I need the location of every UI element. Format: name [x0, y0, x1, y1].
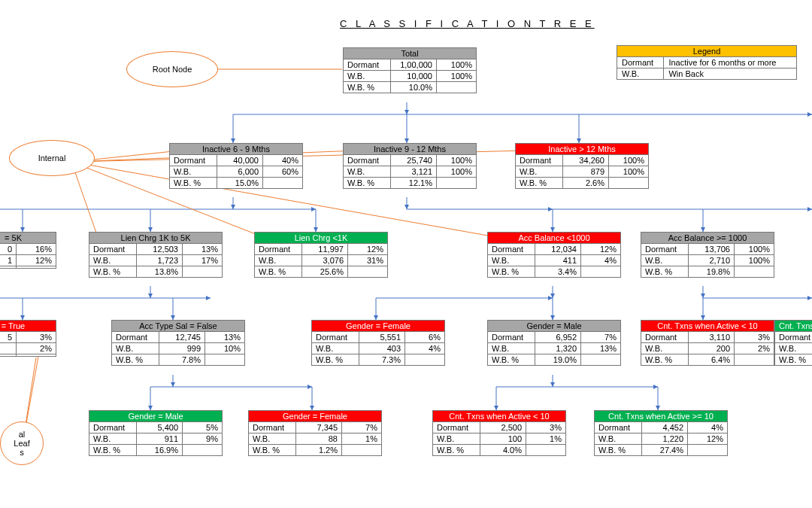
node-l2a: Lien Chrg 1K to 5K Dormant12,50313% W.B.…: [89, 232, 223, 278]
val: 7.3%: [359, 354, 405, 366]
node-title: Inactive 6 - 9 Mths: [170, 144, 303, 155]
val: 100%: [735, 244, 774, 255]
node-l2d: Acc Balance >= 1000 Dormant13,706100% W.…: [641, 232, 774, 278]
node-title: Cnt. Txns when Active >= 10: [595, 411, 728, 422]
val: 40,000: [217, 155, 263, 166]
node-title: Gender = Male: [488, 321, 621, 332]
lbl: W.B.: [344, 166, 391, 178]
val: 25.6%: [302, 266, 348, 278]
node-title: Acc Type Sal = False: [112, 321, 245, 332]
node-title: Inactive 9 - 12 Mths: [344, 144, 477, 155]
val: 100%: [609, 166, 649, 178]
val: 3.4%: [535, 266, 581, 278]
node-title: Lien Chrg <1K: [255, 233, 388, 244]
node-title: Cnt. Txns when Active < 10: [433, 411, 566, 422]
callout-internal: Internal: [9, 140, 95, 176]
lbl: W.B. %: [516, 178, 563, 189]
legend-cell: Dormant: [617, 57, 664, 68]
lbl: W.B. %: [488, 266, 535, 278]
txt: al: [19, 430, 26, 439]
node-title: Inactive > 12 Mths: [516, 144, 649, 155]
lbl: W.B. %: [89, 266, 137, 278]
lbl: Dormant: [641, 332, 689, 343]
val: 3%: [735, 332, 774, 343]
page-title: C L A S S I F I C A T I O N T R E E: [340, 18, 595, 29]
lbl: Dormant: [344, 59, 391, 71]
lbl: W.B.: [255, 255, 302, 266]
val: 13.8%: [137, 266, 183, 278]
lbl: W.B. %: [170, 178, 217, 189]
lbl: Dormant: [89, 244, 137, 255]
lbl: Dormant: [775, 332, 813, 343]
val: 100%: [437, 71, 477, 82]
val: 3%: [17, 332, 56, 343]
val: 7%: [342, 422, 382, 433]
callout-leaf: al Leaf s: [0, 421, 44, 465]
node-l1c: Inactive > 12 Mths Dormant34,260100% W.B…: [515, 143, 649, 189]
val: 1: [0, 255, 17, 266]
val: 12%: [348, 244, 388, 255]
lbl: W.B.: [775, 343, 813, 354]
val: 12,503: [137, 244, 183, 255]
val: 88: [296, 433, 342, 445]
node-l3e: Cnt. Txns w Dormant W.B. W.B. %: [774, 320, 812, 366]
node-l2x: = 5K 016% 112%: [0, 232, 56, 269]
val: 0: [0, 244, 17, 255]
val: 10.0%: [391, 82, 437, 93]
node-total: Total Dormant1,00,000100% W.B.10,000100%…: [343, 47, 477, 93]
val: 25,740: [391, 155, 437, 166]
node-l3a: Acc Type Sal = False Dormant12,74513% W.…: [111, 320, 245, 366]
lbl: W.B. %: [112, 354, 159, 366]
lbl: W.B.: [641, 255, 689, 266]
legend-cell: Win Back: [664, 68, 797, 80]
txt: Leaf: [14, 439, 29, 448]
val: 10,000: [391, 71, 437, 82]
val: 7,345: [296, 422, 342, 433]
val: 4%: [405, 343, 445, 354]
val: 100%: [437, 155, 477, 166]
lbl: Dormant: [344, 155, 391, 166]
val: 5,551: [359, 332, 405, 343]
val: 100%: [609, 155, 649, 166]
val: 3,076: [302, 255, 348, 266]
lbl: Dormant: [249, 422, 296, 433]
val: 40%: [263, 155, 303, 166]
val: 7.8%: [159, 354, 205, 366]
val: 31%: [348, 255, 388, 266]
val: 200: [689, 343, 735, 354]
val: 3,110: [689, 332, 735, 343]
node-title: Cnt. Txns when Active < 10: [641, 321, 774, 332]
lbl: W.B. %: [433, 445, 480, 456]
lbl: Dormant: [312, 332, 359, 343]
val: 17%: [183, 255, 223, 266]
val: 1,220: [642, 433, 688, 445]
val: 100%: [735, 255, 774, 266]
lbl: Dormant: [89, 422, 137, 433]
lbl: W.B.: [170, 166, 217, 178]
lbl: W.B. %: [344, 82, 391, 93]
val: 2,710: [689, 255, 735, 266]
val: 16%: [17, 244, 56, 255]
legend-cell: Inactive for 6 months or more: [664, 57, 797, 68]
val: 4%: [581, 255, 621, 266]
val: 13%: [581, 343, 621, 354]
val: 3%: [526, 422, 566, 433]
lbl: Dormant: [255, 244, 302, 255]
val: 1%: [526, 433, 566, 445]
val: 999: [159, 343, 205, 354]
val: 2%: [735, 343, 774, 354]
callout-root: Root Node: [126, 51, 218, 87]
legend: Legend DormantInactive for 6 months or m…: [617, 45, 797, 80]
val: 11,997: [302, 244, 348, 255]
val: 13%: [183, 244, 223, 255]
val: 16.9%: [137, 445, 183, 456]
val: 4,452: [642, 422, 688, 433]
lbl: Dormant: [433, 422, 480, 433]
val: 12%: [17, 255, 56, 266]
val: 2%: [17, 343, 56, 354]
lbl: W.B. %: [641, 354, 689, 366]
lbl: Dormant: [641, 244, 689, 255]
node-l3d: Cnt. Txns when Active < 10 Dormant3,1103…: [641, 320, 774, 366]
val: 19.0%: [535, 354, 581, 366]
val: 2.6%: [563, 178, 609, 189]
